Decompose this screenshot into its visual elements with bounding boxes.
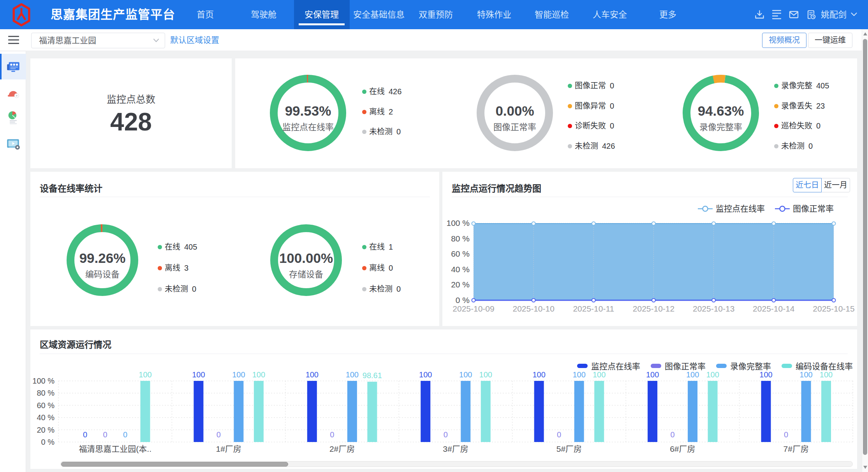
svg-text:2025-10-14: 2025-10-14 (753, 304, 795, 313)
legend-dot-icon (774, 144, 778, 148)
sub-toolbar: 福清思嘉工业园 默认区域设置 视频概况 一键运维 (0, 29, 868, 51)
legend-name: 录像完整 (781, 81, 812, 91)
legend-name: 未检测 (781, 141, 805, 151)
svg-text:2025-10-12: 2025-10-12 (633, 304, 674, 313)
svg-text:20 %: 20 % (37, 426, 55, 434)
default-region-settings-link[interactable]: 默认区域设置 (170, 29, 219, 51)
trend-tab-0[interactable]: 近七日 (793, 178, 822, 192)
svg-text:100: 100 (759, 370, 772, 379)
horizontal-scrollbar[interactable] (60, 461, 853, 467)
legend-name: 图像正常 (575, 81, 606, 91)
region-select[interactable]: 福清思嘉工业园 (31, 33, 165, 48)
svg-text:100 %: 100 % (32, 377, 55, 385)
trend-area-chart: 0 %20 %40 %60 %80 %100 %2025-10-092025-1… (446, 201, 857, 317)
total-points-value: 428 (30, 107, 232, 136)
donut-percent: 99.26% (63, 250, 141, 266)
vertical-scrollbar[interactable] (862, 29, 868, 472)
sidebar-item-monitor-wall[interactable] (0, 54, 26, 79)
download-icon[interactable] (754, 9, 765, 20)
nav-item-7[interactable]: 人车安全 (588, 0, 632, 29)
legend-dot-icon (568, 104, 572, 108)
svg-text:100: 100 (572, 370, 585, 379)
svg-text:0: 0 (671, 430, 675, 439)
svg-text:40 %: 40 % (451, 265, 470, 274)
scroll-down-icon[interactable] (863, 466, 867, 469)
donut-recording-integrity-rate: 94.63%录像完整率 (682, 74, 760, 152)
collapse-menu-icon[interactable] (8, 35, 19, 45)
scroll-up-icon[interactable] (863, 32, 867, 35)
donut-image-normal-rate: 0.00%图像正常率 (476, 74, 554, 152)
legend-value: 0 (816, 121, 820, 131)
legend-value: 0 (610, 121, 614, 131)
svg-text:100: 100 (479, 370, 492, 379)
svg-text:2025-10-11: 2025-10-11 (573, 304, 614, 313)
legend-name: 在线 (165, 242, 180, 252)
donut-percent: 99.53% (269, 103, 347, 119)
horizontal-scrollbar-thumb[interactable] (61, 462, 288, 467)
svg-text:100: 100 (646, 370, 659, 379)
legend-dot-icon (774, 124, 778, 128)
svg-text:100: 100 (799, 370, 812, 379)
left-sidebar (0, 51, 26, 472)
device-online-panel: 设备在线率统计 99.26%编码设备 在线405离线3未检测0 100.00%存… (30, 172, 439, 326)
monitor-wall-icon (6, 59, 21, 74)
nav-item-4[interactable]: 双重预防 (414, 0, 458, 29)
legend-value: 0 (192, 284, 196, 294)
svg-text:100: 100 (459, 370, 472, 379)
donut-storage-devices: 100.00%存储设备 (267, 221, 345, 299)
legend-name: 在线 (369, 86, 385, 97)
total-points-card: 监控点总数 428 (30, 58, 232, 168)
legend-name: 诊断失败 (575, 121, 606, 131)
report-time-icon[interactable] (806, 9, 816, 20)
legend-dot-icon (362, 287, 366, 291)
one-key-ops-button[interactable]: 一键运维 (808, 33, 852, 48)
brand-logo-icon (9, 3, 33, 27)
bar-legend-swatch-icon (782, 364, 792, 368)
nav-item-6[interactable]: 智能巡检 (530, 0, 574, 29)
svg-text:0 %: 0 % (41, 438, 55, 446)
svg-text:100: 100 (346, 370, 359, 379)
mail-icon[interactable] (789, 9, 799, 20)
legend-name: 未检测 (369, 284, 393, 294)
legend-name: 未检测 (165, 284, 188, 294)
svg-text:0 %: 0 % (456, 296, 470, 305)
video-overview-button[interactable]: 视频概况 (762, 33, 806, 48)
sidebar-item-statistics-report[interactable] (0, 105, 26, 131)
nav-item-5[interactable]: 特殊作业 (472, 0, 516, 29)
legend-value: 0 (389, 263, 393, 273)
select-chevron-down-icon (153, 38, 159, 43)
nav-item-1[interactable]: 驾驶舱 (242, 0, 285, 29)
svg-text:0: 0 (557, 430, 561, 439)
legend-name: 离线 (369, 107, 385, 117)
sidebar-item-alarm[interactable] (0, 79, 26, 105)
user-menu-chevron-down-icon[interactable] (851, 12, 857, 16)
video-inspection-icon (6, 136, 21, 151)
legend-value: 1 (389, 242, 393, 252)
donut-label: 编码设备 (63, 267, 141, 280)
svg-text:2#厂房: 2#厂房 (329, 444, 355, 453)
trend-range-tabs: 近七日近一月 (793, 178, 850, 192)
total-points-title: 监控点总数 (30, 92, 232, 106)
nav-item-3[interactable]: 安全基础信息 (349, 0, 409, 29)
nav-item-2[interactable]: 安保管理 (294, 0, 350, 29)
svg-text:0: 0 (123, 430, 127, 439)
menu-lines-icon[interactable] (771, 9, 782, 20)
svg-text:6#厂房: 6#厂房 (670, 444, 695, 453)
user-name[interactable]: 姚配剑 (821, 0, 847, 29)
legend-dot-icon (362, 245, 366, 249)
trend-panel: 监控点运行情况趋势图 近七日近一月 0 %20 %40 %60 %80 %100… (442, 172, 857, 326)
svg-text:100: 100 (593, 370, 606, 379)
svg-text:80 %: 80 % (451, 234, 470, 243)
vertical-scrollbar-thumb[interactable] (863, 39, 867, 455)
svg-text:100 %: 100 % (446, 218, 470, 227)
svg-text:100: 100 (532, 370, 545, 379)
legend-value: 3 (184, 263, 188, 273)
overview-donuts-card: 99.53%监控点在线率 在线426离线2未检测0 0.00%图像正常率 图像正… (235, 58, 857, 168)
nav-item-8[interactable]: 更多 (646, 0, 689, 29)
svg-text:100: 100 (252, 370, 265, 379)
legend-dot-icon (362, 130, 366, 134)
trend-tab-1[interactable]: 近一月 (821, 178, 850, 192)
legend-value: 0 (808, 141, 813, 151)
nav-item-0[interactable]: 首页 (184, 0, 227, 29)
sidebar-item-video-inspection[interactable] (0, 131, 26, 157)
